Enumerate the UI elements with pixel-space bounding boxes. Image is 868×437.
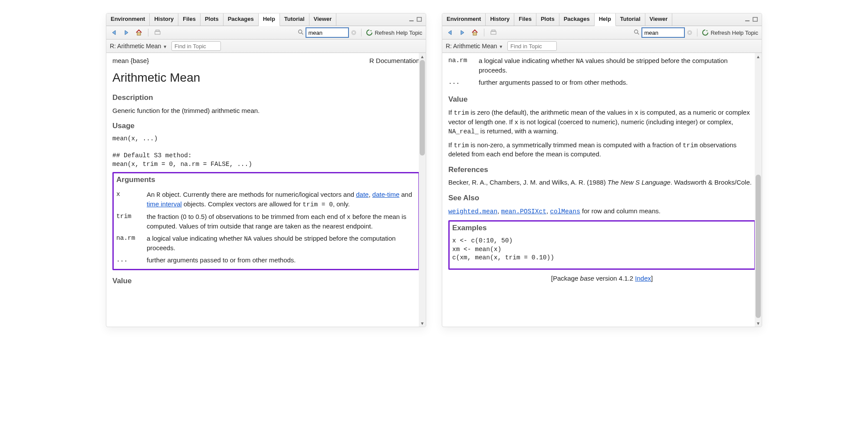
help-search-input[interactable] bbox=[306, 27, 349, 38]
tab-history[interactable]: History bbox=[150, 13, 178, 26]
tab-tutorial[interactable]: Tutorial bbox=[616, 13, 645, 26]
scrollbar[interactable]: ▲ ▼ bbox=[419, 53, 426, 327]
tab-viewer[interactable]: Viewer bbox=[645, 13, 673, 26]
link-mean-posixct[interactable]: mean.POSIXct bbox=[501, 207, 546, 215]
print-icon[interactable] bbox=[489, 28, 498, 37]
chevron-down-icon: ▼ bbox=[499, 44, 503, 49]
topic-bar: R: Arithmetic Mean ▼ bbox=[442, 40, 762, 53]
print-icon[interactable] bbox=[153, 28, 162, 37]
search-icon bbox=[298, 29, 304, 36]
tab-packages[interactable]: Packages bbox=[224, 13, 259, 26]
arg-name: trim bbox=[116, 211, 147, 232]
tab-plots[interactable]: Plots bbox=[201, 13, 224, 26]
svg-line-6 bbox=[302, 33, 303, 34]
topic-label[interactable]: R: Arithmetic Mean ▼ bbox=[110, 43, 167, 50]
link-datetime[interactable]: date-time bbox=[372, 191, 400, 198]
tab-plots[interactable]: Plots bbox=[536, 13, 559, 26]
home-icon[interactable] bbox=[134, 28, 144, 37]
refresh-help-button[interactable]: Refresh Help Topic bbox=[366, 29, 422, 36]
minimize-pane-icon[interactable] bbox=[744, 17, 751, 23]
link-index[interactable]: Index bbox=[635, 275, 651, 282]
help-content: mean {base} R Documentation Arithmetic M… bbox=[106, 53, 426, 327]
seealso-text: weighted.mean, mean.POSIXct, colMeans fo… bbox=[448, 207, 756, 216]
arguments-table: x An R object. Currently there are metho… bbox=[116, 189, 416, 266]
svg-rect-1 bbox=[417, 17, 421, 21]
tab-files[interactable]: Files bbox=[178, 13, 201, 26]
clear-search-icon[interactable] bbox=[351, 30, 357, 36]
scroll-down-icon[interactable]: ▼ bbox=[419, 320, 426, 327]
help-content: na.rm a logical value indicating whether… bbox=[442, 53, 762, 327]
svg-rect-3 bbox=[155, 31, 160, 34]
svg-point-5 bbox=[299, 30, 302, 33]
section-examples: Examples bbox=[452, 223, 752, 233]
topic-label[interactable]: R: Arithmetic Mean ▼ bbox=[446, 43, 503, 50]
scrollbar[interactable]: ▲ ▼ bbox=[755, 53, 762, 327]
svg-rect-12 bbox=[492, 30, 495, 31]
back-icon[interactable] bbox=[110, 28, 119, 37]
back-icon[interactable] bbox=[446, 28, 455, 37]
table-row: na.rm a logical value indicating whether… bbox=[448, 55, 756, 76]
svg-line-14 bbox=[638, 33, 639, 34]
tab-history[interactable]: History bbox=[486, 13, 514, 26]
search-icon bbox=[634, 29, 640, 36]
tab-help[interactable]: Help bbox=[595, 13, 616, 26]
pane-tabs: Environment History Files Plots Packages… bbox=[442, 13, 762, 26]
usage-code: mean(x, ...) ## Default S3 method: mean(… bbox=[112, 135, 420, 169]
section-seealso: See Also bbox=[448, 193, 756, 203]
scroll-down-icon[interactable]: ▼ bbox=[755, 320, 762, 327]
scroll-up-icon[interactable]: ▲ bbox=[755, 53, 762, 60]
topic-package: mean {base} bbox=[112, 56, 149, 65]
scroll-thumb[interactable] bbox=[756, 175, 761, 318]
link-date[interactable]: date bbox=[356, 191, 368, 198]
tab-files[interactable]: Files bbox=[514, 13, 536, 26]
maximize-pane-icon[interactable] bbox=[416, 17, 423, 23]
refresh-help-button[interactable]: Refresh Help Topic bbox=[702, 29, 758, 36]
package-footer: [Package base version 4.1.2 Index] bbox=[448, 274, 756, 283]
arg-desc: further arguments passed to or from othe… bbox=[479, 76, 756, 89]
table-row: trim the fraction (0 to 0.5) of observat… bbox=[116, 211, 416, 232]
topic-bar: R: Arithmetic Mean ▼ bbox=[106, 40, 426, 53]
clear-search-icon[interactable] bbox=[687, 30, 693, 36]
value-para-1: If trim is zero (the default), the arith… bbox=[448, 108, 756, 136]
tab-packages[interactable]: Packages bbox=[559, 13, 595, 26]
description-text: Generic function for the (trimmed) arith… bbox=[112, 106, 420, 115]
link-colmeans[interactable]: colMeans bbox=[550, 207, 580, 215]
refresh-label: Refresh Help Topic bbox=[710, 30, 758, 36]
arg-desc: An R object. Currently there are methods… bbox=[147, 189, 416, 211]
scroll-thumb[interactable] bbox=[420, 60, 425, 156]
help-pane-left: Environment History Files Plots Packages… bbox=[106, 13, 426, 327]
section-description: Description bbox=[112, 93, 420, 103]
arg-name: na.rm bbox=[448, 55, 479, 76]
tab-help[interactable]: Help bbox=[259, 13, 280, 26]
svg-point-13 bbox=[635, 30, 638, 33]
find-in-topic-input[interactable] bbox=[171, 41, 221, 51]
link-weighted-mean[interactable]: weighted.mean bbox=[448, 207, 497, 215]
table-row: ... further arguments passed to or from … bbox=[116, 254, 416, 266]
tab-viewer[interactable]: Viewer bbox=[309, 13, 337, 26]
section-references: References bbox=[448, 165, 756, 175]
forward-icon[interactable] bbox=[122, 28, 132, 37]
svg-rect-11 bbox=[491, 31, 496, 34]
minimize-pane-icon[interactable] bbox=[408, 17, 415, 23]
arg-desc: further arguments passed to or from othe… bbox=[147, 254, 416, 266]
forward-icon[interactable] bbox=[458, 28, 467, 37]
arg-name: na.rm bbox=[116, 232, 147, 254]
find-in-topic-input[interactable] bbox=[507, 41, 557, 51]
arg-name: ... bbox=[448, 76, 479, 89]
section-usage: Usage bbox=[112, 121, 420, 131]
svg-rect-4 bbox=[156, 30, 159, 31]
rdoc-label: R Documentation bbox=[369, 56, 420, 65]
maximize-pane-icon[interactable] bbox=[752, 17, 759, 23]
tab-environment[interactable]: Environment bbox=[106, 13, 150, 26]
home-icon[interactable] bbox=[470, 28, 480, 37]
tab-tutorial[interactable]: Tutorial bbox=[280, 13, 309, 26]
link-time-interval[interactable]: time interval bbox=[147, 200, 182, 208]
scroll-up-icon[interactable]: ▲ bbox=[419, 53, 426, 60]
help-search-input[interactable] bbox=[641, 27, 685, 38]
svg-rect-10 bbox=[473, 33, 477, 35]
arg-name: x bbox=[116, 189, 147, 211]
section-arguments: Arguments bbox=[116, 175, 416, 185]
chevron-down-icon: ▼ bbox=[163, 44, 167, 49]
tab-environment[interactable]: Environment bbox=[442, 13, 486, 26]
section-value: Value bbox=[448, 95, 756, 105]
